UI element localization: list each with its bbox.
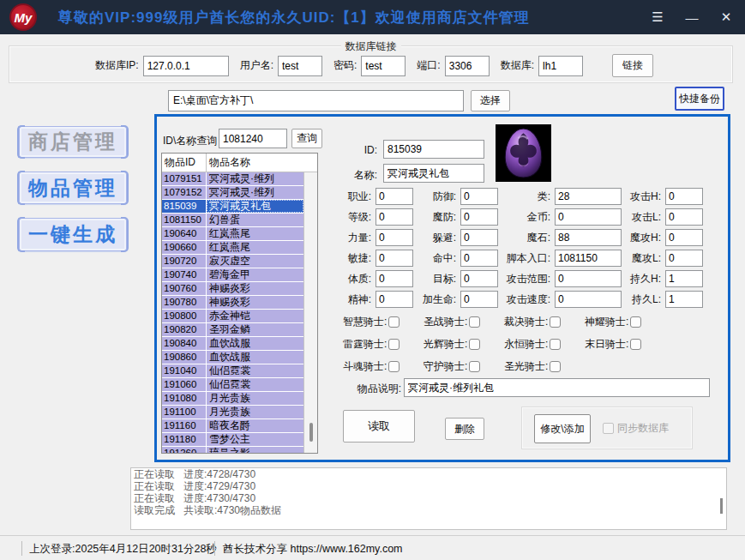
list-item[interactable]: 815039冥河戒灵礼包 [162, 200, 303, 214]
list-item[interactable]: 190780神赐炎彩 [162, 296, 303, 310]
attribute-input[interactable] [376, 250, 413, 267]
knight-checkbox-input[interactable] [388, 339, 400, 350]
list-item[interactable]: 191100月光贵族 [162, 406, 303, 419]
knight-checkbox[interactable]: 守护骑士: [424, 359, 504, 374]
attribute-input[interactable] [665, 250, 703, 267]
attribute-input[interactable] [665, 291, 703, 308]
attribute-input[interactable] [555, 250, 622, 267]
attribute-input[interactable] [460, 291, 498, 308]
attribute-input[interactable] [460, 188, 498, 205]
knight-checkbox[interactable]: 光辉骑士: [424, 337, 504, 352]
item-name-input[interactable] [383, 164, 484, 183]
attribute-input[interactable] [460, 250, 498, 267]
list-item[interactable]: 191080月光贵族 [162, 392, 303, 406]
close-icon[interactable]: ✕ [718, 9, 735, 25]
knight-checkbox-input[interactable] [469, 361, 480, 372]
knight-checkbox[interactable]: 圣战骑士: [424, 315, 504, 329]
list-item[interactable]: 190720寂灭虚空 [162, 255, 303, 268]
attribute-input[interactable] [555, 291, 622, 308]
list-item[interactable]: 191060仙侣霓裳 [162, 378, 303, 392]
list-item[interactable]: 191260琉晶之影 [162, 447, 303, 454]
list-item[interactable]: 191180雪梦公主 [162, 433, 303, 447]
connect-button[interactable]: 链接 [612, 54, 653, 77]
list-scrollbar-thumb[interactable] [309, 423, 313, 442]
knight-checkbox-input[interactable] [630, 339, 641, 350]
db-field-input[interactable] [143, 56, 229, 76]
attribute-input[interactable] [376, 188, 413, 205]
knight-checkbox[interactable]: 末日骑士: [585, 337, 665, 352]
search-button[interactable]: 查询 [291, 129, 322, 148]
nav-shop-management-button[interactable]: 商店管理 [19, 126, 127, 158]
list-item[interactable]: 190740碧海金甲 [162, 268, 303, 282]
db-field-input[interactable] [445, 56, 490, 76]
list-item[interactable]: 190820圣羽金鳞 [162, 323, 303, 337]
attribute-label: 加生命: [413, 292, 460, 307]
log-scrollbar-thumb[interactable] [720, 498, 723, 514]
attribute-input[interactable] [555, 188, 622, 205]
list-item[interactable]: 190640红岚燕尾 [162, 227, 303, 241]
attribute-input[interactable] [460, 229, 498, 246]
quick-backup-button[interactable]: 快捷备份 [675, 87, 724, 111]
nav-one-click-generate-button[interactable]: 一键生成 [19, 218, 127, 251]
attribute-input[interactable] [460, 208, 498, 226]
attribute-input[interactable] [376, 270, 413, 287]
list-item[interactable]: 1079152冥河戒灵·维列 [162, 186, 303, 200]
search-input[interactable] [219, 129, 287, 148]
nav-item-management-button[interactable]: 物品管理 [19, 172, 127, 204]
knight-checkbox-input[interactable] [388, 316, 400, 328]
item-id-cell: 190840 [162, 337, 207, 350]
browse-button[interactable]: 选择 [471, 90, 510, 111]
knight-checkbox[interactable]: 裁决骑士: [504, 315, 585, 329]
attribute-input[interactable] [555, 229, 622, 246]
list-item[interactable]: 190840血饮战服 [162, 337, 303, 351]
sync-database-checkbox[interactable]: 同步数据库 [603, 421, 669, 436]
delete-button[interactable]: 删除 [445, 418, 484, 440]
knight-checkbox[interactable]: 圣光骑士: [504, 359, 585, 374]
knight-checkbox[interactable]: 永恒骑士: [504, 337, 585, 352]
list-item[interactable]: 191160暗夜名爵 [162, 419, 303, 433]
knight-checkbox-input[interactable] [469, 339, 480, 350]
knight-checkbox-input[interactable] [630, 316, 641, 328]
list-item[interactable]: 1081150幻兽蛋 [162, 214, 303, 227]
knight-checkbox-input[interactable] [550, 316, 561, 328]
attribute-input[interactable] [460, 270, 498, 287]
item-description-input[interactable] [404, 378, 710, 397]
attribute-input[interactable] [665, 188, 703, 205]
knight-checkbox-input[interactable] [469, 316, 480, 328]
knight-checkbox[interactable]: 雷霆骑士: [343, 337, 424, 352]
db-field-input[interactable] [538, 56, 583, 76]
knight-checkbox-input[interactable] [550, 361, 561, 372]
attribute-input[interactable] [665, 208, 703, 226]
attribute-input[interactable] [665, 229, 703, 246]
attribute-input[interactable] [376, 229, 413, 246]
attribute-input[interactable] [555, 270, 622, 287]
list-header: 物品ID 物品名称 [162, 154, 317, 172]
item-name-cell: 暗夜名爵 [207, 419, 303, 432]
list-scrollbar[interactable] [303, 172, 317, 453]
list-item[interactable]: 190800赤金神铠 [162, 310, 303, 323]
knight-checkbox[interactable]: 智慧骑士: [343, 315, 424, 329]
sync-database-checkbox-input[interactable] [603, 423, 614, 434]
list-item[interactable]: 1079151冥河戒灵·维列 [162, 172, 303, 186]
patch-path-input[interactable] [168, 90, 464, 111]
list-item[interactable]: 191040仙侣霓裳 [162, 364, 303, 378]
knight-checkbox-input[interactable] [550, 339, 561, 350]
modify-add-button[interactable]: 修改\添加 [534, 414, 591, 443]
attribute-input[interactable] [665, 270, 703, 287]
attribute-input[interactable] [376, 208, 413, 226]
item-id-input[interactable] [383, 140, 484, 159]
knight-checkbox[interactable]: 斗魂骑士: [343, 359, 424, 374]
list-item[interactable]: 190760神赐炎彩 [162, 282, 303, 296]
minimize-icon[interactable]: — [683, 10, 700, 25]
attribute-input[interactable] [376, 291, 413, 308]
read-button[interactable]: 读取 [343, 410, 415, 443]
knight-checkbox-input[interactable] [388, 361, 400, 372]
menu-icon[interactable]: ☰ [649, 9, 666, 25]
db-field-input[interactable] [278, 56, 322, 76]
attribute-input[interactable] [555, 208, 622, 226]
knight-checkbox[interactable]: 神耀骑士: [585, 315, 665, 329]
log-output[interactable]: 正在读取进度:4728/4730正在读取进度:4729/4730正在读取进度:4… [130, 467, 727, 530]
list-item[interactable]: 190660红岚燕尾 [162, 241, 303, 255]
list-item[interactable]: 190860血饮战服 [162, 351, 303, 364]
db-field-input[interactable] [361, 56, 406, 76]
